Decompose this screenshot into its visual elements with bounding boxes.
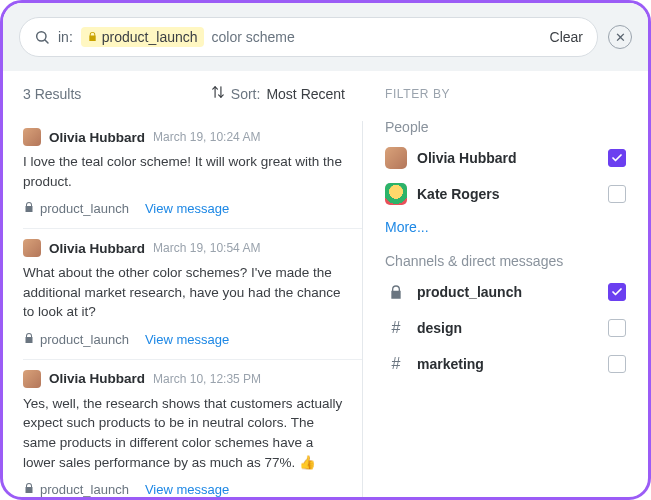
filter-channels-list: product_launch#design#marketing — [385, 281, 626, 375]
filter-row-left: Kate Rogers — [385, 183, 499, 205]
hash-icon: # — [385, 353, 407, 375]
result-timestamp: March 19, 10:54 AM — [153, 241, 260, 255]
view-message-link[interactable]: View message — [145, 201, 229, 216]
result-footer: product_launchView message — [23, 332, 345, 347]
result-body: I love the teal color scheme! It will wo… — [23, 152, 345, 191]
search-bar-area: in: product_launch color scheme Clear ✕ — [3, 3, 648, 71]
close-search-button[interactable]: ✕ — [608, 25, 632, 49]
checkbox[interactable] — [608, 283, 626, 301]
filter-person-row[interactable]: Kate Rogers — [385, 183, 626, 205]
search-result: Olivia HubbardMarch 10, 12:35 PMYes, wel… — [23, 360, 363, 497]
result-channel[interactable]: product_launch — [23, 482, 129, 497]
search-icon — [34, 29, 50, 45]
filter-channel-name: design — [417, 320, 462, 336]
avatar — [385, 183, 407, 205]
search-result: Olivia HubbardMarch 19, 10:54 AMWhat abo… — [23, 229, 363, 360]
view-message-link[interactable]: View message — [145, 482, 229, 497]
sort-control[interactable]: Sort: Most Recent — [211, 85, 345, 102]
filter-person-name: Olivia Hubbard — [417, 150, 517, 166]
filter-person-row[interactable]: Olivia Hubbard — [385, 147, 626, 169]
filter-row-left: Olivia Hubbard — [385, 147, 517, 169]
results-column: 3 Results Sort: Most Recent Olivia Hubba… — [3, 71, 363, 497]
filter-row-left: #marketing — [385, 353, 484, 375]
search-input-pill[interactable]: in: product_launch color scheme Clear — [19, 17, 598, 57]
more-people-link[interactable]: More... — [385, 219, 626, 235]
result-channel-name: product_launch — [40, 482, 129, 497]
search-query-text[interactable]: color scheme — [212, 29, 542, 45]
avatar — [23, 128, 41, 146]
result-footer: product_launchView message — [23, 201, 345, 216]
svg-line-1 — [45, 40, 48, 43]
lock-icon — [23, 332, 35, 347]
filter-people-label: People — [385, 119, 626, 135]
results-header: 3 Results Sort: Most Recent — [23, 85, 363, 102]
sort-value: Most Recent — [266, 86, 345, 102]
filter-people-list: Olivia HubbardKate Rogers — [385, 147, 626, 205]
hash-icon: # — [385, 317, 407, 339]
search-scope-chip[interactable]: product_launch — [81, 27, 204, 47]
result-author: Olivia Hubbard — [49, 130, 145, 145]
sort-icon — [211, 85, 225, 102]
result-channel[interactable]: product_launch — [23, 332, 129, 347]
view-message-link[interactable]: View message — [145, 332, 229, 347]
result-body: What about the other color schemes? I've… — [23, 263, 345, 322]
filter-channel-row[interactable]: #design — [385, 317, 626, 339]
search-result: Olivia HubbardMarch 19, 10:24 AMI love t… — [23, 118, 363, 229]
result-header: Olivia HubbardMarch 19, 10:54 AM — [23, 239, 345, 257]
filter-channel-row[interactable]: #marketing — [385, 353, 626, 375]
result-body: Yes, well, the research shows that custo… — [23, 394, 345, 472]
avatar — [23, 370, 41, 388]
result-author: Olivia Hubbard — [49, 371, 145, 386]
sort-prefix: Sort: — [231, 86, 261, 102]
search-scope-chip-label: product_launch — [102, 29, 198, 45]
result-timestamp: March 10, 12:35 PM — [153, 372, 261, 386]
result-header: Olivia HubbardMarch 19, 10:24 AM — [23, 128, 345, 146]
checkbox[interactable] — [608, 149, 626, 167]
filter-row-left: #design — [385, 317, 462, 339]
result-timestamp: March 19, 10:24 AM — [153, 130, 260, 144]
filter-channels-label: Channels & direct messages — [385, 253, 626, 269]
clear-button[interactable]: Clear — [550, 29, 583, 45]
result-header: Olivia HubbardMarch 10, 12:35 PM — [23, 370, 345, 388]
lock-icon — [23, 482, 35, 497]
checkbox[interactable] — [608, 185, 626, 203]
result-channel-name: product_launch — [40, 332, 129, 347]
filter-title: FILTER BY — [385, 87, 626, 101]
result-channel[interactable]: product_launch — [23, 201, 129, 216]
lock-icon — [87, 29, 98, 45]
thumbs-up-icon: 👍 — [299, 453, 316, 473]
lock-icon — [23, 201, 35, 216]
filter-person-name: Kate Rogers — [417, 186, 499, 202]
filter-column: FILTER BY People Olivia HubbardKate Roge… — [363, 71, 648, 497]
results-count: 3 Results — [23, 86, 81, 102]
content-body: 3 Results Sort: Most Recent Olivia Hubba… — [3, 71, 648, 497]
avatar — [23, 239, 41, 257]
filter-channel-row[interactable]: product_launch — [385, 281, 626, 303]
close-icon: ✕ — [615, 31, 626, 44]
app-frame: in: product_launch color scheme Clear ✕ … — [0, 0, 651, 500]
filter-channel-name: product_launch — [417, 284, 522, 300]
results-list: Olivia HubbardMarch 19, 10:24 AMI love t… — [23, 118, 363, 497]
filter-channel-name: marketing — [417, 356, 484, 372]
avatar — [385, 147, 407, 169]
result-footer: product_launchView message — [23, 482, 345, 497]
checkbox[interactable] — [608, 319, 626, 337]
result-channel-name: product_launch — [40, 201, 129, 216]
lock-icon — [385, 281, 407, 303]
checkbox[interactable] — [608, 355, 626, 373]
result-author: Olivia Hubbard — [49, 241, 145, 256]
filter-row-left: product_launch — [385, 281, 522, 303]
search-scope-prefix: in: — [58, 29, 73, 45]
